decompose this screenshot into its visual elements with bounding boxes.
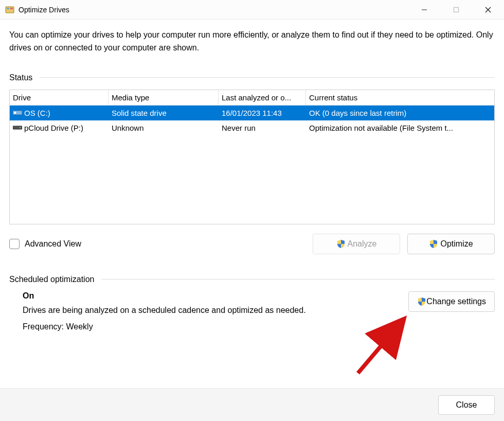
col-last[interactable]: Last analyzed or o... (219, 90, 306, 106)
optimize-button[interactable]: Optimize (407, 234, 495, 254)
scheduled-label: Scheduled optimization (9, 275, 94, 284)
drive-last: Never run (219, 120, 306, 135)
advanced-view-checkbox[interactable] (9, 239, 20, 249)
svg-rect-4 (454, 7, 459, 12)
intro-text: You can optimize your drives to help you… (9, 29, 495, 55)
optimize-label: Optimize (440, 239, 473, 249)
maximize-button[interactable] (440, 0, 472, 20)
scheduled-state: On (23, 291, 408, 301)
window-title: Optimize Drives (19, 6, 408, 14)
drive-status: Optimization not available (File System … (306, 120, 494, 135)
svg-rect-8 (14, 112, 16, 114)
shield-icon (429, 239, 438, 249)
titlebar: Optimize Drives (0, 0, 504, 20)
bottom-bar: Close (0, 388, 504, 421)
svg-point-10 (20, 127, 21, 128)
drive-table[interactable]: Drive Media type Last analyzed or o... C… (9, 90, 495, 224)
drive-media: Solid state drive (109, 106, 219, 120)
status-rule (40, 77, 495, 78)
ssd-icon (13, 109, 22, 116)
col-status[interactable]: Current status (306, 90, 494, 106)
col-drive[interactable]: Drive (10, 90, 109, 106)
scheduled-desc: Drives are being analyzed on a scheduled… (23, 306, 408, 315)
drive-status: OK (0 days since last retrim) (306, 106, 494, 120)
advanced-view-label[interactable]: Advanced View (25, 239, 81, 249)
drive-name: OS (C:) (24, 109, 50, 117)
scheduled-section-header: Scheduled optimization (9, 275, 495, 284)
shield-icon (336, 239, 346, 249)
status-section-header: Status (9, 73, 495, 82)
svg-rect-0 (6, 7, 14, 13)
change-settings-label: Change settings (426, 297, 486, 306)
drive-name: pCloud Drive (P:) (24, 124, 83, 132)
scheduled-frequency: Frequency: Weekly (23, 322, 408, 331)
table-row[interactable]: pCloud Drive (P:) Unknown Never run Opti… (10, 120, 494, 135)
col-media[interactable]: Media type (109, 90, 219, 106)
close-window-button[interactable] (472, 0, 504, 20)
minimize-button[interactable] (408, 0, 440, 20)
drive-media: Unknown (109, 120, 219, 135)
hdd-icon (13, 124, 22, 131)
status-label: Status (9, 73, 32, 82)
close-button[interactable]: Close (438, 395, 495, 415)
analyze-label: Analyze (348, 239, 377, 249)
close-label: Close (456, 400, 477, 410)
svg-rect-1 (7, 8, 9, 9)
drive-last: 16/01/2023 11:43 (219, 106, 306, 120)
shield-icon (417, 297, 426, 306)
change-settings-button[interactable]: Change settings (408, 291, 495, 312)
svg-rect-9 (13, 126, 22, 129)
svg-rect-2 (10, 8, 13, 9)
drive-table-header: Drive Media type Last analyzed or o... C… (10, 90, 494, 106)
app-icon (5, 5, 14, 14)
scheduled-rule (101, 279, 495, 279)
table-row[interactable]: OS (C:) Solid state drive 16/01/2023 11:… (10, 106, 494, 120)
analyze-button[interactable]: Analyze (313, 234, 400, 254)
